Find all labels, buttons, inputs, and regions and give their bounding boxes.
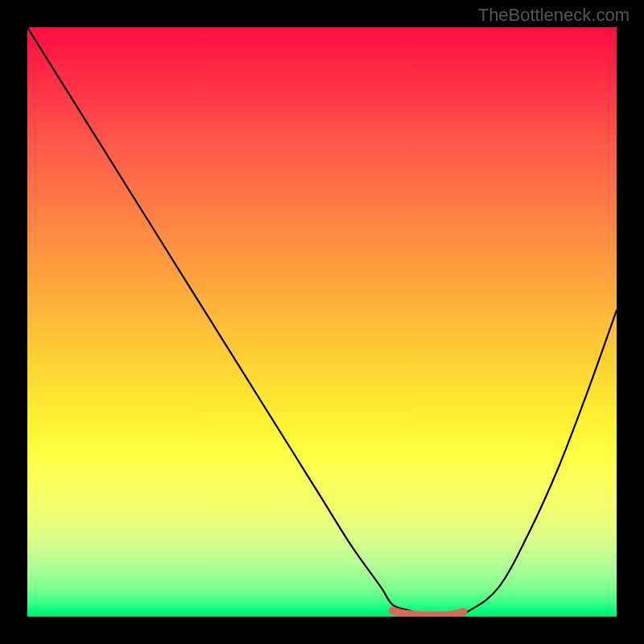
watermark-text: TheBottleneck.com — [478, 5, 630, 26]
chart-plot-area — [27, 27, 617, 617]
optimal-band-line — [393, 611, 464, 616]
bottleneck-curve-line — [27, 27, 617, 617]
chart-svg — [27, 27, 617, 617]
